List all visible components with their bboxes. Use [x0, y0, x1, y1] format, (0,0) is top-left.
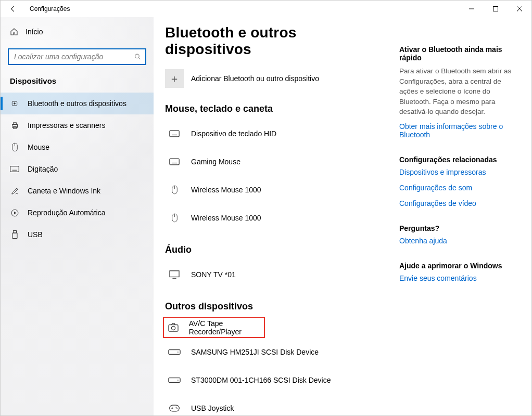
- keyboard-icon: [167, 126, 182, 141]
- svg-point-46: [178, 380, 179, 381]
- device-row[interactable]: Dispositivo de teclado HID: [165, 120, 384, 148]
- device-row[interactable]: AV/C Tape Recorder/Player: [163, 317, 265, 338]
- content: Bluetooth e outros dispositivos ＋ Adicio…: [165, 24, 399, 415]
- search-wrap: [8, 48, 146, 65]
- titlebar: Configurações: [1, 1, 531, 17]
- device-label: USB Joystick: [191, 404, 234, 412]
- related-title: Configurações relacionadas: [399, 155, 517, 164]
- page-title: Bluetooth e outros dispositivos: [165, 24, 384, 58]
- mouse-icon: [10, 142, 19, 152]
- questions-title: Perguntas?: [399, 224, 517, 232]
- window-title: Configurações: [30, 5, 70, 12]
- svg-point-42: [171, 326, 175, 330]
- device-row[interactable]: ST3000DM 001-1CH166 SCSI Disk Device: [165, 366, 384, 394]
- autoplay-icon: [10, 208, 19, 217]
- svg-rect-1: [493, 7, 498, 11]
- svg-rect-21: [13, 231, 16, 233]
- questions-group: Perguntas? Obtenha ajuda: [399, 224, 517, 245]
- nav-item-mouse[interactable]: Mouse: [1, 136, 154, 158]
- home-button[interactable]: Início: [1, 21, 154, 42]
- svg-rect-41: [169, 325, 178, 332]
- nav-item-label: Reprodução Automática: [28, 209, 105, 217]
- device-label: SONY TV *01: [191, 270, 236, 279]
- plus-icon: ＋: [165, 69, 184, 88]
- device-row[interactable]: USB Joystick: [165, 394, 384, 415]
- device-label: ST3000DM 001-1CH166 SCSI Disk Device: [191, 376, 331, 384]
- device-row[interactable]: Gaming Mouse: [165, 148, 384, 176]
- nav-item-printer[interactable]: Impressoras e scanners: [1, 114, 154, 136]
- related-link[interactable]: Dispositivos e impressoras: [399, 168, 517, 176]
- svg-point-51: [176, 408, 178, 409]
- bluetooth-icon: [10, 99, 19, 108]
- minimize-button[interactable]: [460, 1, 484, 17]
- bt-info-group: Ativar o Bluetooth ainda mais rápido Par…: [399, 45, 517, 139]
- back-button[interactable]: [5, 1, 21, 17]
- tv-icon: [167, 267, 182, 282]
- close-button[interactable]: [508, 1, 531, 17]
- home-label: Início: [26, 28, 43, 36]
- bt-info-title: Ativar o Bluetooth ainda mais rápido: [399, 45, 517, 62]
- keyboard-icon: [167, 154, 182, 169]
- improve-group: Ajude a aprimorar o Windows Envie seus c…: [399, 262, 517, 282]
- svg-line-5: [138, 58, 140, 59]
- device-row[interactable]: Wireless Mouse 1000: [165, 176, 384, 204]
- device-row[interactable]: SAMSUNG HM251JI SCSI Disk Device: [165, 338, 384, 366]
- bt-info-text: Para ativar o Bluetooth sem abrir as Con…: [399, 66, 517, 117]
- device-label: Wireless Mouse 1000: [191, 186, 261, 194]
- body: Início Dispositivos Bluetooth e outros d…: [1, 17, 531, 415]
- device-label: SAMSUNG HM251JI SCSI Disk Device: [191, 348, 319, 356]
- mouse-icon: [167, 183, 182, 197]
- keyboard-icon: [10, 164, 19, 174]
- svg-rect-43: [169, 350, 180, 355]
- device-sections: Mouse, teclado e canetaDispositivo de te…: [165, 103, 384, 415]
- disk-icon: [167, 345, 182, 359]
- svg-rect-13: [10, 166, 19, 172]
- section-title: Áudio: [165, 244, 384, 255]
- svg-rect-39: [170, 271, 179, 277]
- svg-point-7: [14, 103, 16, 105]
- add-device-label: Adicionar Bluetooth ou outro dispositivo: [191, 74, 319, 83]
- svg-rect-45: [169, 378, 180, 383]
- category-heading: Dispositivos: [1, 73, 154, 93]
- nav-item-label: Mouse: [28, 143, 49, 151]
- nav-list: Bluetooth e outros dispositivosImpressor…: [1, 93, 154, 245]
- section-title: Mouse, teclado e caneta: [165, 103, 384, 114]
- search-input[interactable]: [8, 48, 146, 65]
- device-row[interactable]: SONY TV *01: [165, 261, 384, 289]
- bt-info-link[interactable]: Obter mais informações sobre o Bluetooth: [399, 122, 517, 139]
- device-label: Gaming Mouse: [191, 158, 240, 166]
- main: Bluetooth e outros dispositivos ＋ Adicio…: [154, 17, 531, 415]
- svg-rect-9: [13, 122, 16, 124]
- home-icon: [10, 28, 18, 36]
- related-link[interactable]: Configurações de vídeo: [399, 199, 517, 207]
- svg-point-50: [176, 407, 177, 408]
- add-device-row[interactable]: ＋ Adicionar Bluetooth ou outro dispositi…: [165, 69, 384, 88]
- device-label: Dispositivo de teclado HID: [191, 129, 276, 138]
- device-row[interactable]: Wireless Mouse 1000: [165, 204, 384, 232]
- svg-marker-20: [14, 211, 16, 214]
- window-controls: [460, 1, 531, 17]
- camera-icon: [167, 320, 180, 335]
- mouse-icon: [167, 211, 182, 225]
- nav-item-autoplay[interactable]: Reprodução Automática: [1, 202, 154, 224]
- svg-rect-22: [12, 233, 17, 239]
- sidebar: Início Dispositivos Bluetooth e outros d…: [1, 17, 154, 415]
- nav-item-label: Impressoras e scanners: [28, 121, 105, 129]
- svg-rect-47: [170, 405, 180, 411]
- nav-item-keyboard[interactable]: Digitação: [1, 158, 154, 180]
- questions-link[interactable]: Obtenha ajuda: [399, 237, 517, 245]
- disk-icon: [167, 373, 182, 387]
- maximize-button[interactable]: [484, 1, 508, 17]
- nav-item-bluetooth[interactable]: Bluetooth e outros dispositivos: [1, 93, 154, 114]
- improve-link[interactable]: Envie seus comentários: [399, 274, 517, 282]
- improve-title: Ajude a aprimorar o Windows: [399, 262, 517, 270]
- related-link[interactable]: Configurações de som: [399, 184, 517, 192]
- pen-icon: [10, 186, 19, 196]
- svg-rect-8: [12, 124, 17, 127]
- nav-item-pen[interactable]: Caneta e Windows Ink: [1, 180, 154, 202]
- usb-icon: [10, 230, 19, 239]
- section-title: Outros dispositivos: [165, 301, 384, 312]
- nav-item-usb[interactable]: USB: [1, 224, 154, 245]
- nav-item-label: Bluetooth e outros dispositivos: [28, 99, 126, 108]
- search-icon: [134, 54, 141, 60]
